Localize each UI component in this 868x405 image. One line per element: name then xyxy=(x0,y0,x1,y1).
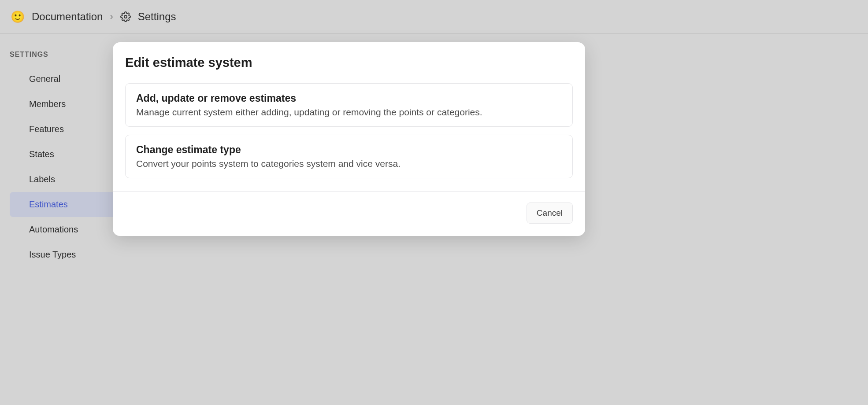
sidebar-item-issue-types[interactable]: Issue Types xyxy=(10,242,115,267)
sidebar-item-members[interactable]: Members xyxy=(10,92,115,117)
settings-sidebar: SETTINGS General Members Features States… xyxy=(0,34,115,405)
project-emoji-icon: 🙂 xyxy=(11,11,25,22)
modal-body: Edit estimate system Add, update or remo… xyxy=(113,42,585,191)
option-title: Add, update or remove estimates xyxy=(136,92,562,104)
breadcrumb-project[interactable]: 🙂 Documentation xyxy=(11,11,103,23)
sidebar-item-automations[interactable]: Automations xyxy=(10,217,115,242)
sidebar-item-general[interactable]: General xyxy=(10,66,115,92)
svg-point-0 xyxy=(124,15,127,18)
gear-icon xyxy=(120,11,131,22)
modal-footer: Cancel xyxy=(113,191,585,236)
breadcrumb-page[interactable]: Settings xyxy=(120,11,176,23)
modal-title: Edit estimate system xyxy=(125,55,573,70)
chevron-right-icon: › xyxy=(110,11,113,22)
cancel-button[interactable]: Cancel xyxy=(527,202,573,224)
sidebar-item-estimates[interactable]: Estimates xyxy=(10,192,115,217)
option-change-type[interactable]: Change estimate type Convert your points… xyxy=(125,135,573,178)
header: 🙂 Documentation › Settings xyxy=(0,0,868,34)
sidebar-item-states[interactable]: States xyxy=(10,142,115,167)
breadcrumb-project-label: Documentation xyxy=(32,11,103,23)
sidebar-heading: SETTINGS xyxy=(0,46,115,66)
sidebar-item-features[interactable]: Features xyxy=(10,117,115,142)
option-description: Manage current system either adding, upd… xyxy=(136,107,562,118)
breadcrumb-page-label: Settings xyxy=(138,11,176,23)
option-add-update-remove[interactable]: Add, update or remove estimates Manage c… xyxy=(125,83,573,127)
sidebar-item-labels[interactable]: Labels xyxy=(10,167,115,192)
edit-estimate-modal: Edit estimate system Add, update or remo… xyxy=(113,42,585,236)
option-title: Change estimate type xyxy=(136,144,562,156)
option-description: Convert your points system to categories… xyxy=(136,158,562,169)
